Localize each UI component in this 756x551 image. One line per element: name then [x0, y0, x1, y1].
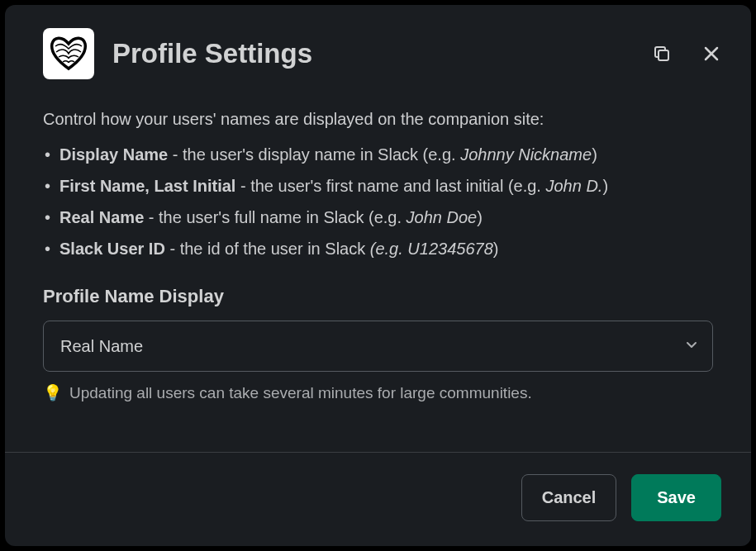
- profile-settings-modal: Profile Settings Control how your users'…: [5, 5, 751, 546]
- list-item: Display Name - the user's display name i…: [43, 139, 713, 170]
- select-value: Real Name: [60, 337, 143, 356]
- option-example: (e.g. U12345678: [370, 240, 493, 258]
- close-button[interactable]: [697, 39, 726, 69]
- save-button[interactable]: Save: [631, 474, 721, 521]
- bulb-icon: 💡: [43, 383, 63, 402]
- option-desc: - the user's first name and last initial…: [235, 177, 545, 195]
- option-name: Real Name: [59, 208, 144, 226]
- option-close: ): [493, 240, 499, 258]
- heart-rope-icon: [49, 34, 88, 74]
- option-desc: - the id of the user in Slack: [165, 240, 370, 258]
- option-close: ): [602, 177, 608, 195]
- list-item: Real Name - the user's full name in Slac…: [43, 202, 713, 233]
- options-description-list: Display Name - the user's display name i…: [43, 139, 713, 264]
- modal-title: Profile Settings: [112, 38, 629, 69]
- list-item: First Name, Last Initial - the user's fi…: [43, 170, 713, 202]
- app-logo: [43, 28, 94, 79]
- select-wrapper: Real Name: [43, 321, 713, 372]
- profile-name-display-select[interactable]: Real Name: [43, 321, 713, 372]
- modal-header: Profile Settings: [5, 5, 751, 96]
- copy-button[interactable]: [647, 39, 677, 69]
- option-name: Display Name: [59, 145, 168, 164]
- hint-row: 💡 Updating all users can take several mi…: [43, 383, 713, 402]
- svg-rect-0: [659, 50, 668, 60]
- header-actions: [647, 39, 726, 69]
- close-icon: [701, 44, 721, 64]
- field-label: Profile Name Display: [43, 286, 713, 307]
- intro-text: Control how your users' names are displa…: [43, 106, 713, 132]
- hint-text: Updating all users can take several minu…: [69, 384, 532, 402]
- option-close: ): [477, 208, 483, 226]
- option-example: John Doe: [407, 208, 478, 226]
- modal-footer: Cancel Save: [5, 452, 751, 546]
- option-desc: - the user's display name in Slack (e.g.: [168, 145, 460, 164]
- option-name: Slack User ID: [59, 240, 165, 258]
- cancel-button[interactable]: Cancel: [521, 474, 617, 521]
- option-close: ): [592, 145, 597, 164]
- list-item: Slack User ID - the id of the user in Sl…: [43, 233, 713, 264]
- option-desc: - the user's full name in Slack (e.g.: [144, 208, 406, 226]
- option-name: First Name, Last Initial: [59, 177, 235, 195]
- copy-icon: [652, 44, 672, 64]
- option-example: Johnny Nickname: [460, 145, 592, 164]
- modal-body: Control how your users' names are displa…: [5, 96, 751, 452]
- option-example: John D.: [545, 177, 602, 195]
